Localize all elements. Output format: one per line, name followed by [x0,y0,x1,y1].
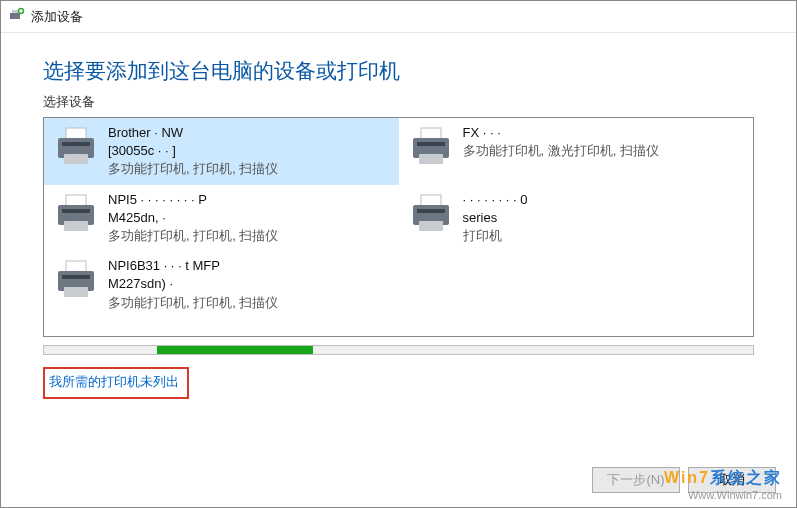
device-sub: M227sdn) · [108,275,391,293]
device-name: NPI6B31 · · · t MFP [108,257,391,275]
highlight-box: 我所需的打印机未列出 [43,367,189,399]
svg-rect-8 [64,154,88,164]
device-sub: series [463,209,746,227]
device-desc: 多功能打印机, 激光打印机, 扫描仪 [463,142,746,160]
next-button[interactable]: 下一步(N) [592,467,680,493]
device-sub: M425dn, · [108,209,391,227]
page-title: 选择要添加到这台电脑的设备或打印机 [43,57,754,85]
device-text: NPI5 · · · · · · · · P M425dn, · 多功能打印机,… [108,191,391,246]
content-area: 选择要添加到这台电脑的设备或打印机 选择设备 Brother · NW [300… [1,33,796,399]
device-text: Brother · NW [30055c · · ] 多功能打印机, 打印机, … [108,124,391,179]
add-device-window: 添加设备 选择要添加到这台电脑的设备或打印机 选择设备 Brother · NW… [0,0,797,508]
device-list[interactable]: Brother · NW [30055c · · ] 多功能打印机, 打印机, … [43,117,754,337]
printer-icon [407,191,455,239]
device-name: Brother · NW [108,124,391,142]
device-item[interactable]: FX · · · 多功能打印机, 激光打印机, 扫描仪 [399,118,754,185]
device-desc: 多功能打印机, 打印机, 扫描仪 [108,160,391,178]
device-sub: [30055c · · ] [108,142,391,160]
device-item[interactable]: · · · · · · · · 0 series 打印机 [399,185,754,252]
svg-rect-15 [62,209,90,213]
device-text: · · · · · · · · 0 series 打印机 [463,191,746,246]
device-item[interactable]: Brother · NW [30055c · · ] 多功能打印机, 打印机, … [44,118,399,185]
svg-rect-16 [64,221,88,231]
svg-rect-0 [10,13,20,19]
section-label: 选择设备 [43,93,754,111]
titlebar: 添加设备 [1,1,796,33]
device-name: FX · · · [463,124,746,142]
cancel-button[interactable]: 取消 [688,467,776,493]
device-text: NPI6B31 · · · t MFP M227sdn) · 多功能打印机, 打… [108,257,391,312]
footer-buttons: 下一步(N) 取消 [592,467,776,493]
svg-rect-1 [12,10,18,13]
printer-not-listed-link[interactable]: 我所需的打印机未列出 [49,374,179,389]
svg-rect-23 [62,275,90,279]
printer-icon [407,124,455,172]
device-item[interactable]: NPI5 · · · · · · · · P M425dn, · 多功能打印机,… [44,185,399,252]
device-add-icon [9,7,25,26]
progress-fill [157,346,313,354]
scanning-progress [43,345,754,355]
svg-rect-20 [419,221,443,231]
svg-rect-11 [417,142,445,146]
device-name: · · · · · · · · 0 [463,191,746,209]
svg-rect-19 [417,209,445,213]
device-item[interactable]: NPI6B31 · · · t MFP M227sdn) · 多功能打印机, 打… [44,251,399,318]
svg-rect-7 [62,142,90,146]
device-name: NPI5 · · · · · · · · P [108,191,391,209]
printer-icon [52,191,100,239]
device-desc: 多功能打印机, 打印机, 扫描仪 [108,227,391,245]
device-desc: 多功能打印机, 打印机, 扫描仪 [108,294,391,312]
device-text: FX · · · 多功能打印机, 激光打印机, 扫描仪 [463,124,746,160]
svg-rect-4 [19,10,23,12]
svg-rect-24 [64,287,88,297]
printer-icon [52,257,100,305]
printer-icon [52,124,100,172]
window-title: 添加设备 [31,8,83,26]
svg-rect-12 [419,154,443,164]
device-desc: 打印机 [463,227,746,245]
